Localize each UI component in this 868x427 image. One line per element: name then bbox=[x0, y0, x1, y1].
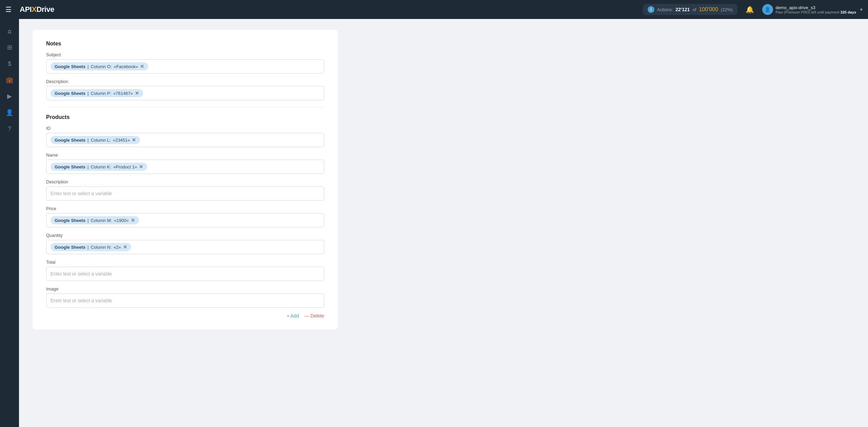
sidebar-item-play[interactable]: ▶ bbox=[3, 89, 16, 103]
products-price-label: Price bbox=[46, 206, 324, 211]
add-button[interactable]: + Add bbox=[287, 313, 299, 319]
hamburger-icon[interactable]: ☰ bbox=[5, 5, 12, 14]
products-price-col: Column M: bbox=[91, 218, 112, 223]
user-plan: Plan |Premium PRO| left until payment 32… bbox=[776, 10, 856, 14]
products-name-label: Name bbox=[46, 152, 324, 158]
products-id-tag: Google Sheets | Column L: «23451» ✕ bbox=[51, 136, 140, 144]
products-qty-col: Column N: bbox=[91, 245, 111, 250]
sidebar: ⌂ ⊞ $ 💼 ▶ 👤 ? bbox=[0, 19, 19, 427]
products-id-input[interactable]: Google Sheets | Column L: «23451» ✕ bbox=[46, 133, 324, 147]
products-id-pipe: | bbox=[87, 138, 88, 143]
products-desc-group: Description Enter text or select a varia… bbox=[46, 179, 324, 201]
sidebar-item-briefcase[interactable]: 💼 bbox=[3, 73, 16, 87]
user-area[interactable]: 👤 demo_apix-drive_s3 Plan |Premium PRO| … bbox=[762, 4, 863, 15]
sidebar-item-help[interactable]: ? bbox=[3, 122, 16, 136]
actions-count: 22'121 bbox=[675, 7, 690, 12]
products-qty-input[interactable]: Google Sheets | Column N: «2» ✕ bbox=[46, 240, 324, 254]
sidebar-item-user[interactable]: 👤 bbox=[3, 106, 16, 119]
products-qty-label: Quantity bbox=[46, 233, 324, 238]
notes-desc-remove[interactable]: ✕ bbox=[135, 90, 139, 96]
products-qty-tag: Google Sheets | Column N: «2» ✕ bbox=[51, 243, 131, 251]
products-id-val: «23451» bbox=[113, 138, 130, 143]
notes-subject-remove[interactable]: ✕ bbox=[140, 64, 144, 69]
logo-text: APIXDrive bbox=[20, 5, 54, 14]
delete-button[interactable]: — Delete bbox=[304, 313, 324, 319]
notes-subject-pipe: | bbox=[87, 64, 88, 69]
products-total-input[interactable]: Enter text or select a variable bbox=[46, 267, 324, 281]
products-name-pipe: | bbox=[87, 164, 88, 169]
notes-desc-input[interactable]: Google Sheets | Column P: «761467» ✕ bbox=[46, 86, 324, 100]
notes-desc-val: «761467» bbox=[113, 91, 133, 96]
sidebar-item-home[interactable]: ⌂ bbox=[3, 24, 16, 38]
products-image-label: Image bbox=[46, 286, 324, 291]
actions-label: Actions: bbox=[657, 7, 673, 12]
products-price-input[interactable]: Google Sheets | Column M: «1900» ✕ bbox=[46, 213, 324, 227]
products-price-remove[interactable]: ✕ bbox=[131, 218, 135, 223]
notes-desc-tag: Google Sheets | Column P: «761467» ✕ bbox=[51, 89, 143, 97]
notes-subject-col: Column O: bbox=[91, 64, 112, 69]
products-section-title: Products bbox=[46, 114, 324, 120]
actions-of: of bbox=[693, 7, 696, 12]
products-name-val: «Product 1» bbox=[113, 164, 137, 169]
products-qty-remove[interactable]: ✕ bbox=[123, 244, 127, 250]
products-price-tag: Google Sheets | Column M: «1900» ✕ bbox=[51, 216, 139, 224]
notes-desc-service: Google Sheets bbox=[55, 91, 85, 96]
sidebar-item-grid[interactable]: ⊞ bbox=[3, 41, 16, 54]
products-id-label: ID bbox=[46, 126, 324, 131]
bell-icon[interactable]: 🔔 bbox=[746, 5, 754, 14]
products-total-group: Total Enter text or select a variable bbox=[46, 260, 324, 281]
notes-desc-col: Column P: bbox=[91, 91, 111, 96]
products-name-tag: Google Sheets | Column K: «Product 1» ✕ bbox=[51, 163, 147, 171]
actions-total: 100'000 bbox=[699, 6, 718, 13]
divider bbox=[46, 107, 324, 107]
products-image-input[interactable]: Enter text or select a variable bbox=[46, 293, 324, 308]
notes-subject-input[interactable]: Google Sheets | Column O: «Facebook» ✕ bbox=[46, 59, 324, 74]
notes-desc-label: Description bbox=[46, 79, 324, 84]
content-card: Notes Subject Google Sheets | Column O: … bbox=[33, 30, 338, 329]
notes-subject-group: Subject Google Sheets | Column O: «Faceb… bbox=[46, 52, 324, 74]
products-total-label: Total bbox=[46, 260, 324, 265]
logo-api: API bbox=[20, 5, 32, 14]
main-content: Notes Subject Google Sheets | Column O: … bbox=[19, 19, 868, 427]
info-icon: i bbox=[648, 6, 654, 13]
products-id-col: Column L: bbox=[91, 138, 111, 143]
notes-section-title: Notes bbox=[46, 41, 324, 47]
products-name-remove[interactable]: ✕ bbox=[139, 164, 143, 169]
notes-desc-pipe: | bbox=[87, 91, 88, 96]
notes-subject-service: Google Sheets bbox=[55, 64, 85, 69]
products-name-service: Google Sheets bbox=[55, 164, 85, 169]
user-name: demo_apix-drive_s3 bbox=[776, 5, 856, 10]
products-price-group: Price Google Sheets | Column M: «1900» ✕ bbox=[46, 206, 324, 227]
products-desc-label: Description bbox=[46, 179, 324, 184]
actions-pct: (22%) bbox=[721, 7, 733, 12]
products-name-col: Column K: bbox=[91, 164, 111, 169]
user-info: demo_apix-drive_s3 Plan |Premium PRO| le… bbox=[776, 5, 856, 14]
products-image-group: Image Enter text or select a variable bbox=[46, 286, 324, 308]
logo: APIXDrive bbox=[20, 5, 54, 14]
logo-x: X bbox=[32, 5, 36, 14]
products-price-service: Google Sheets bbox=[55, 218, 85, 223]
products-price-pipe: | bbox=[87, 218, 88, 223]
notes-desc-group: Description Google Sheets | Column P: «7… bbox=[46, 79, 324, 100]
notes-subject-val: «Facebook» bbox=[114, 64, 138, 69]
chevron-down-icon: ▾ bbox=[860, 7, 863, 12]
products-desc-input[interactable]: Enter text or select a variable bbox=[46, 186, 324, 201]
products-price-val: «1900» bbox=[114, 218, 129, 223]
products-qty-val: «2» bbox=[114, 245, 121, 250]
products-name-input[interactable]: Google Sheets | Column K: «Product 1» ✕ bbox=[46, 160, 324, 174]
products-qty-service: Google Sheets bbox=[55, 245, 85, 250]
products-id-remove[interactable]: ✕ bbox=[132, 137, 136, 143]
products-id-service: Google Sheets bbox=[55, 138, 85, 143]
add-delete-row: + Add — Delete bbox=[46, 313, 324, 319]
sidebar-item-billing[interactable]: $ bbox=[3, 57, 16, 70]
topnav: ☰ APIXDrive i Actions: 22'121 of 100'000… bbox=[0, 0, 868, 19]
products-qty-pipe: | bbox=[87, 245, 88, 250]
products-id-group: ID Google Sheets | Column L: «23451» ✕ bbox=[46, 126, 324, 147]
notes-subject-label: Subject bbox=[46, 52, 324, 57]
avatar: 👤 bbox=[762, 4, 773, 15]
actions-box: i Actions: 22'121 of 100'000 (22%) bbox=[643, 4, 737, 15]
products-name-group: Name Google Sheets | Column K: «Product … bbox=[46, 152, 324, 174]
products-qty-group: Quantity Google Sheets | Column N: «2» ✕ bbox=[46, 233, 324, 254]
notes-subject-tag: Google Sheets | Column O: «Facebook» ✕ bbox=[51, 62, 148, 70]
logo-drive: Drive bbox=[36, 5, 54, 14]
